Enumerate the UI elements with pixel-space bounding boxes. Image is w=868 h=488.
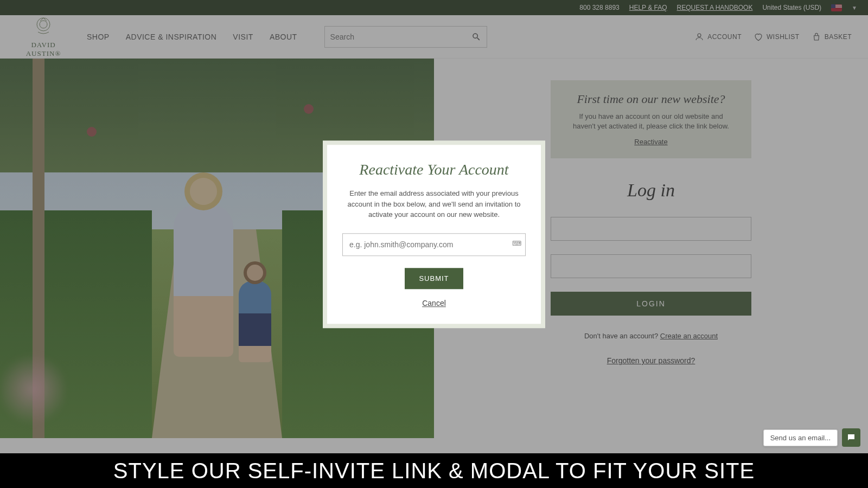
modal-title: Reactivate Your Account [342,161,526,178]
promo-banner: STYLE OUR SELF-INVITE LINK & MODAL TO FI… [0,453,868,488]
modal-email-input[interactable] [342,233,526,256]
submit-button[interactable]: SUBMIT [405,268,463,289]
modal-body: Enter the email address associated with … [342,188,526,220]
chat-pill[interactable]: Send us an email... [763,429,838,446]
keyboard-icon: ⌨ [512,240,521,248]
chat-button[interactable] [842,428,860,447]
cancel-link[interactable]: Cancel [422,299,446,307]
banner-text: STYLE OUR SELF-INVITE LINK & MODAL TO FI… [113,459,755,483]
chat-widget: Send us an email... [763,428,860,447]
chat-icon [846,433,856,442]
reactivate-modal: Reactivate Your Account Enter the email … [323,140,545,328]
